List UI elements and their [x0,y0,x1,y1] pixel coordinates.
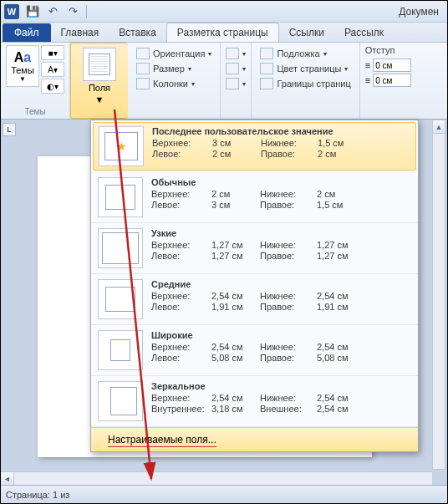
scroll-left-button[interactable]: ◄ [1,472,14,485]
theme-fonts-button[interactable]: A▾ [41,62,64,77]
columns-label: Колонки [153,79,188,89]
margins-dropdown: Последнее пользовательское значениеВерхн… [90,120,419,452]
group-label-themes: Темы [6,107,64,118]
margin-preset-item[interactable]: ШирокиеВерхнее:2,54 смНижнее:2,54 смЛево… [91,325,418,376]
ribbon-tabs: Файл Главная Вставка Разметка страницы С… [1,23,447,43]
margin-preset-values: Верхнее:2,54 смНижнее:2,54 смЛевое:5,08 … [151,342,411,363]
margin-preset-title: Зеркальное [151,381,411,391]
group-page-setup: Ориентация ▾ Размер ▾ Колонки ▾ [128,43,221,119]
ruler-corner[interactable]: L [3,123,16,136]
margin-preset-item[interactable]: ЗеркальноеВерхнее:2,54 смНижнее:2,54 смВ… [91,376,418,427]
redo-icon[interactable]: ↷ [64,3,81,20]
margin-preset-text: ШирокиеВерхнее:2,54 смНижнее:2,54 смЛево… [151,330,411,370]
status-bar: Страница: 1 из [1,485,447,503]
tab-page-layout[interactable]: Разметка страницы [166,23,279,42]
margin-preset-icon [98,177,143,217]
tab-mailings[interactable]: Рассылк [334,23,394,42]
indent-left-input[interactable] [373,59,411,72]
themes-icon: Aa [14,50,31,65]
size-icon [136,63,150,74]
undo-icon[interactable]: ↶ [44,3,61,20]
themes-label: Темы [11,65,34,75]
watermark-button[interactable]: Подложка ▾ [257,47,354,60]
title-bar: W 💾 ↶ ↷ Докумен [1,1,447,23]
status-page: Страница: 1 из [6,490,69,500]
margins-icon [83,48,116,81]
margin-preset-item[interactable]: СредниеВерхнее:2,54 смНижнее:2,54 смЛево… [91,274,418,325]
margin-preset-text: УзкиеВерхнее:1,27 смНижнее:1,27 смЛевое:… [151,228,411,268]
group-page-background: Подложка ▾ Цвет страницы ▾ Границы стран… [252,43,359,119]
watermark-icon [260,48,273,59]
page-color-label: Цвет страницы [277,64,341,74]
breaks-button[interactable]: ▾ [222,47,249,60]
margins-label: Поля [89,83,110,93]
group-themes: Aa Темы ▼ ■▾ A▾ ◐▾ Темы [1,43,70,119]
theme-effects-button[interactable]: ◐▾ [41,79,64,94]
orientation-label: Ориентация [153,48,205,59]
themes-button[interactable]: Aa Темы ▼ [6,45,39,87]
margins-button[interactable]: Поля ▼ [76,46,123,106]
margin-preset-icon [98,228,143,268]
columns-icon [136,78,150,89]
margin-preset-values: Верхнее:2,54 смНижнее:2,54 смЛевое:1,91 … [151,291,411,312]
custom-margins-button[interactable]: Настраиваемые поля... [91,427,418,451]
margin-preset-values: Верхнее:3 смНижнее:1,5 смЛевое:2 смПраво… [152,138,410,159]
margin-preset-text: ЗеркальноеВерхнее:2,54 смНижнее:2,54 смВ… [151,381,411,421]
ribbon: Aa Темы ▼ ■▾ A▾ ◐▾ Темы Поля ▼ Ориентаци… [1,43,447,120]
margin-preset-text: ОбычныеВерхнее:2 смНижнее:2 смЛевое:3 см… [151,177,411,217]
margin-preset-icon [98,381,143,421]
separator [86,5,87,18]
margin-preset-values: Верхнее:2,54 смНижнее:2,54 смВнутреннее:… [151,393,411,414]
margin-preset-icon [98,279,143,319]
margin-preset-title: Широкие [151,330,411,340]
group-margins: Поля ▼ [70,43,128,119]
group-indent: Отступ ≡ ≡ [360,43,416,119]
margin-preset-title: Средние [151,279,411,289]
margin-preset-title: Обычные [151,177,411,187]
tab-references[interactable]: Ссылки [279,23,334,42]
page-borders-button[interactable]: Границы страниц [257,77,354,90]
save-icon[interactable]: 💾 [24,3,41,20]
watermark-label: Подложка [277,48,319,59]
scroll-up-button[interactable]: ▲ [433,120,445,134]
orientation-icon [136,48,150,59]
margin-preset-values: Верхнее:1,27 смНижнее:1,27 смЛевое:1,27 … [151,240,411,261]
page-color-button[interactable]: Цвет страницы ▾ [257,62,354,75]
indent-right-icon: ≡ [365,75,370,85]
margin-preset-title: Последнее пользовательское значение [152,126,410,136]
margin-preset-icon [98,330,143,370]
theme-colors-button[interactable]: ■▾ [41,45,64,60]
orientation-button[interactable]: Ориентация ▾ [133,47,215,60]
margin-preset-title: Узкие [151,228,411,238]
group-breaks: ▾ ▾ ▾ [221,43,252,119]
word-icon: W [4,4,19,19]
margin-preset-item[interactable]: УзкиеВерхнее:1,27 смНижнее:1,27 смЛевое:… [91,223,418,274]
margin-preset-text: Последнее пользовательское значениеВерхн… [152,126,410,166]
margin-preset-text: СредниеВерхнее:2,54 смНижнее:2,54 смЛево… [151,279,411,319]
custom-margins-label: Настраиваемые поля... [108,434,216,447]
breaks-icon [226,48,239,59]
chevron-down-icon: ▼ [95,94,104,104]
columns-button[interactable]: Колонки ▾ [133,77,215,90]
tab-insert[interactable]: Вставка [109,23,166,42]
horizontal-scrollbar[interactable]: ◄ [1,471,432,485]
indent-heading: Отступ [365,45,411,57]
line-numbers-icon [226,63,239,74]
size-button[interactable]: Размер ▾ [133,62,215,75]
margin-preset-icon [99,126,144,166]
size-label: Размер [153,64,185,74]
window-title: Докумен [89,6,444,18]
chevron-down-icon: ▼ [19,75,26,83]
margin-preset-values: Верхнее:2 смНижнее:2 смЛевое:3 смПравое:… [151,189,411,210]
indent-right-row: ≡ [365,74,411,87]
indent-left-row: ≡ [365,59,411,72]
margin-preset-item[interactable]: Последнее пользовательское значениеВерхн… [93,122,416,171]
vertical-scrollbar[interactable]: ▲ [432,120,445,470]
line-numbers-button[interactable]: ▾ [222,62,249,75]
margin-preset-item[interactable]: ОбычныеВерхнее:2 смНижнее:2 смЛевое:3 см… [91,172,418,223]
indent-right-input[interactable] [373,74,411,87]
file-tab[interactable]: Файл [3,23,51,42]
tab-home[interactable]: Главная [51,23,109,42]
borders-icon [260,78,273,89]
hyphenation-button[interactable]: ▾ [222,77,249,90]
